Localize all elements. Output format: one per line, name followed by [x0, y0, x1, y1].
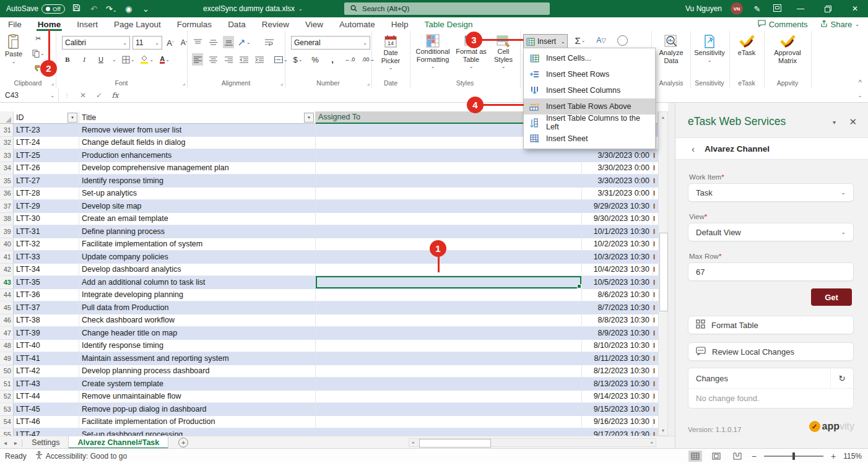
cell-date[interactable]: 3/30/2023 0:00: [582, 175, 653, 187]
pen-icon[interactable]: ✎: [752, 4, 763, 14]
cell-date[interactable]: 10/2/2023 10:30: [582, 238, 653, 251]
cell-date[interactable]: 8/6/2023 10:30: [582, 289, 653, 301]
increase-decimal-icon[interactable]: ←.0: [344, 53, 355, 66]
collapse-ribbon-icon[interactable]: ^: [859, 79, 862, 86]
cell-title[interactable]: Pull data from Production: [79, 301, 316, 314]
cell-date[interactable]: 3/31/2023 0:00: [582, 188, 653, 200]
align-bottom-icon[interactable]: [223, 36, 234, 48]
cell-date[interactable]: 8/10/2023 10:30: [582, 340, 653, 352]
cell-title[interactable]: Define planning process: [79, 225, 316, 238]
menu-tab-home[interactable]: Home: [30, 17, 69, 31]
menu-item-insert-sheet-rows[interactable]: Insert Sheet Rows: [524, 66, 655, 82]
row-number[interactable]: 51: [0, 378, 14, 390]
work-item-select[interactable]: Task⌄: [688, 183, 854, 202]
approval-matrix-button[interactable]: Approval Matrix: [769, 31, 806, 64]
zoom-slider-handle[interactable]: [792, 452, 795, 460]
cell-title[interactable]: Change default fields in dialog: [79, 137, 316, 149]
cell-title[interactable]: Remove pop-up dialog in dashboard: [79, 403, 316, 415]
sheet-tab-alvarez-channel-task[interactable]: Alvarez Channel#Task: [68, 436, 168, 449]
avatar[interactable]: VN: [731, 2, 743, 15]
autosum-button[interactable]: Σ⌄: [575, 34, 586, 46]
etask-button[interactable]: eTask: [734, 31, 759, 57]
align-middle-icon[interactable]: [207, 36, 219, 48]
cell-title[interactable]: Add an additional column to task list: [79, 276, 316, 288]
cell-id[interactable]: LTT-47: [14, 428, 79, 436]
bold-button[interactable]: B: [62, 53, 73, 66]
cell-title[interactable]: Develop site map: [79, 200, 316, 212]
cell-id[interactable]: LTT-32: [14, 238, 79, 251]
align-center-icon[interactable]: [207, 53, 219, 66]
cell-title[interactable]: Identify response timing: [79, 175, 316, 187]
cell-assigned-to[interactable]: [316, 188, 582, 200]
increase-indent-icon[interactable]: [254, 53, 265, 66]
header-id[interactable]: ID▾: [14, 111, 79, 124]
cell-title[interactable]: Facilitate implementation of system: [79, 238, 316, 251]
borders-icon[interactable]: ⌄: [122, 53, 135, 66]
page-layout-view-icon[interactable]: [710, 451, 723, 462]
row-number[interactable]: 35: [0, 175, 14, 187]
sensitivity-button[interactable]: Sensitivity⌄: [693, 31, 726, 63]
restore-button[interactable]: [818, 0, 837, 17]
font-dialog-launcher-icon[interactable]: ⌟: [183, 80, 185, 86]
menu-tab-page-layout[interactable]: Page Layout: [106, 17, 169, 31]
id-filter-icon[interactable]: ▾: [67, 113, 77, 123]
cell-id[interactable]: LTT-36: [14, 289, 79, 301]
row-number[interactable]: 44: [0, 289, 14, 301]
menu-tab-formulas[interactable]: Formulas: [169, 17, 220, 31]
underline-button[interactable]: U: [95, 53, 106, 66]
paste-button[interactable]: Paste⌄: [5, 31, 22, 64]
font-name-combo[interactable]: Calibri⌄: [62, 36, 130, 50]
header-title[interactable]: Title▾: [79, 111, 316, 124]
align-right-icon[interactable]: [223, 53, 234, 66]
cell-title[interactable]: Set-up dashboard processing: [79, 428, 316, 436]
row-number[interactable]: 37: [0, 200, 14, 212]
row-number[interactable]: 45: [0, 301, 14, 314]
cell-title[interactable]: Create system template: [79, 378, 316, 390]
row-number[interactable]: 43: [0, 276, 14, 288]
name-box[interactable]: C43⌄: [0, 89, 59, 102]
formula-input[interactable]: [123, 89, 852, 102]
cell-assigned-to[interactable]: [316, 378, 582, 390]
zoom-slider[interactable]: [764, 456, 823, 457]
cut-icon[interactable]: ✂: [33, 32, 44, 45]
scroll-left-icon[interactable]: ◂: [412, 440, 414, 445]
accessibility-status[interactable]: Accessibility: Good to go: [35, 451, 127, 461]
cell-date[interactable]: 3/30/2023 0:00: [582, 162, 653, 175]
select-all-corner[interactable]: [0, 111, 14, 124]
cell-date[interactable]: 3/30/2023 0:00: [582, 149, 653, 162]
cell-assigned-to[interactable]: [316, 340, 582, 352]
copy-icon[interactable]: ⌄: [32, 47, 45, 59]
cell-title[interactable]: Check dashboard workflow: [79, 314, 316, 327]
orientation-icon[interactable]: ⌄: [238, 36, 251, 48]
row-number[interactable]: 36: [0, 188, 14, 200]
cell-assigned-to[interactable]: [316, 149, 582, 162]
cell-id[interactable]: LTT-30: [14, 213, 79, 225]
cell-title[interactable]: Develop dashboard analytics: [79, 264, 316, 276]
normal-view-icon[interactable]: [688, 451, 702, 462]
cell-assigned-to[interactable]: [316, 175, 582, 187]
scroll-right-icon[interactable]: ▸: [651, 440, 653, 445]
row-number[interactable]: 52: [0, 391, 14, 403]
cell-assigned-to[interactable]: [316, 213, 582, 225]
row-number[interactable]: 53: [0, 403, 14, 415]
currency-button[interactable]: $⌄: [292, 53, 303, 66]
cell-assigned-to[interactable]: [316, 314, 582, 327]
cell-date[interactable]: 10/4/2023 10:30: [582, 264, 653, 276]
cell-title[interactable]: Facilitate implementation of Production: [79, 416, 316, 428]
cell-id[interactable]: LTT-26: [14, 162, 79, 175]
cancel-formula-icon[interactable]: ✕: [75, 91, 91, 100]
menu-item-insert-cells[interactable]: Insert Cells...: [524, 50, 655, 66]
undo-icon[interactable]: ↶: [89, 4, 100, 14]
menu-tab-table-design[interactable]: Table Design: [417, 17, 481, 31]
cell-assigned-to[interactable]: [316, 276, 582, 288]
cell-date[interactable]: 8/13/2023 10:30: [582, 378, 653, 390]
cell-title[interactable]: Remove unmaintainable flow: [79, 391, 316, 403]
row-number[interactable]: 39: [0, 225, 14, 238]
autosave-toggle[interactable]: AutoSave Off: [6, 4, 65, 14]
cell-assigned-to[interactable]: [316, 225, 582, 238]
alignment-dialog-launcher-icon[interactable]: ⌟: [280, 80, 283, 86]
insert-function-icon[interactable]: fx: [107, 91, 123, 100]
row-number[interactable]: 42: [0, 264, 14, 276]
cell-title[interactable]: Develop comprehensive management plan: [79, 162, 316, 175]
review-local-changes-button[interactable]: Review Local Changes: [688, 342, 854, 361]
